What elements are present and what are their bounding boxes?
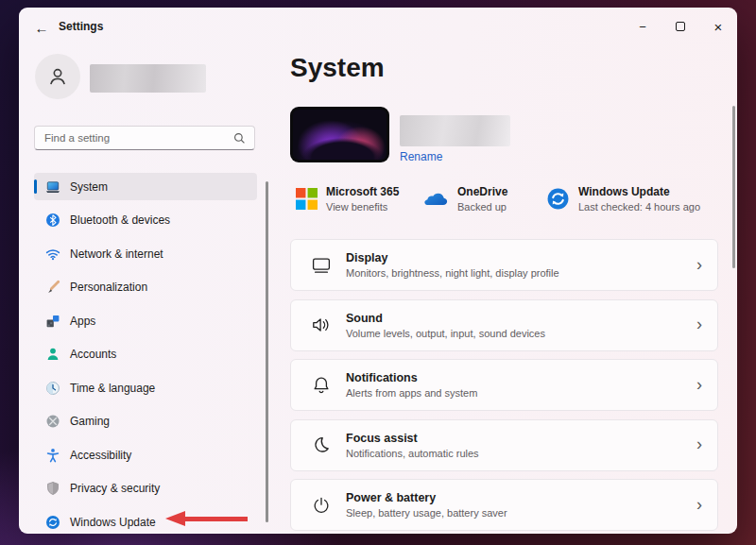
status-card-onedrive[interactable]: OneDrive Backed up [422,181,507,215]
rename-link[interactable]: Rename [400,150,442,163]
arrow-head [165,511,185,526]
maximize-icon [676,22,685,31]
settings-row-notifications[interactable]: Notifications Alerts from apps and syste… [290,359,718,411]
sidebar-item-accessibility[interactable]: Accessibility [34,441,257,468]
maximize-button[interactable] [662,13,699,40]
row-title: Notifications [346,371,477,384]
display-icon [310,254,333,277]
avatar[interactable] [35,54,80,99]
app-title: Settings [59,20,103,33]
row-subtitle: Volume levels, output, input, sound devi… [346,328,545,339]
search-box[interactable] [34,126,255,150]
accessibility-icon [45,448,60,463]
row-subtitle: Alerts from apps and system [346,387,477,399]
gaming-icon [45,414,60,429]
onedrive-icon [422,190,449,208]
bloom-wallpaper-art [293,110,387,160]
sidebar-item-accounts[interactable]: Accounts [34,341,257,368]
sidebar-item-privacy-security[interactable]: Privacy & security [34,475,257,502]
windows-update-icon [45,515,60,530]
settings-rows: Display Monitors, brightness, night ligh… [290,239,718,534]
person-icon [45,64,70,89]
device-name-redacted [400,115,510,146]
selected-accent-bar [34,179,37,194]
notifications-icon [310,374,333,397]
chevron-right-icon: › [696,434,702,454]
sound-icon [310,314,333,336]
status-card-microsoft-365[interactable]: Microsoft 365 View benefits [296,181,399,215]
arrow-shaft [183,517,248,521]
row-title: Power & battery [346,491,507,504]
sidebar-scrollbar[interactable] [266,181,268,522]
sidebar-item-label: Bluetooth & devices [70,213,170,227]
settings-row-sound[interactable]: Sound Volume levels, output, input, soun… [290,299,718,351]
sidebar-item-personalization[interactable]: Personalization [34,274,257,301]
user-name-redacted [90,64,206,93]
status-title: OneDrive [457,185,507,198]
sidebar-item-time-language[interactable]: Time & language [34,374,257,401]
device-wallpaper-thumbnail [290,107,389,162]
chevron-right-icon: › [696,374,702,394]
sidebar-item-label: Windows Update [70,516,156,529]
row-subtitle: Sleep, battery usage, battery saver [346,507,507,519]
sidebar-item-gaming[interactable]: Gaming [34,408,257,435]
time-language-icon [45,381,60,396]
sidebar-item-label: Apps [70,315,95,328]
status-subtitle: Backed up [457,201,507,213]
status-title: Microsoft 365 [326,185,399,198]
system-icon [45,179,60,195]
settings-window: ← Settings − × System [19,8,737,534]
search-icon [233,132,246,145]
status-subtitle: View benefits [326,201,399,213]
window-controls: − × [624,13,737,40]
sidebar-item-label: Network & internet [70,247,163,261]
sidebar-item-label: Personalization [70,281,147,294]
network-icon [45,247,60,262]
back-arrow-icon: ← [35,20,49,36]
sidebar-item-label: Time & language [70,382,155,395]
minimize-button[interactable]: − [624,13,662,40]
row-title: Focus assist [346,432,479,445]
sidebar-item-label: System [70,180,108,194]
sidebar-nav: System Bluetooth & devices Network & int… [34,173,257,534]
chevron-right-icon: › [696,315,702,334]
annotation-arrow-windows-update [165,511,248,526]
windows-update-icon [546,187,570,211]
sidebar-item-label: Privacy & security [70,482,160,495]
settings-row-display[interactable]: Display Monitors, brightness, night ligh… [290,239,718,291]
row-subtitle: Notifications, automatic rules [346,448,479,459]
page-title: System [290,53,385,83]
close-icon: × [714,19,723,35]
minimize-icon: − [639,20,646,34]
row-subtitle: Monitors, brightness, night light, displ… [346,267,559,279]
microsoft-365-icon [296,188,318,210]
sidebar-item-label: Accessibility [70,449,131,462]
back-button[interactable]: ← [30,17,53,38]
power-battery-icon [310,494,333,517]
chevron-right-icon: › [696,254,702,274]
status-card-windows-update[interactable]: Windows Update Last checked: 4 hours ago [546,181,700,215]
sidebar-item-apps[interactable]: Apps [34,307,257,334]
sidebar-item-label: Accounts [70,348,116,361]
privacy-security-icon [45,481,60,496]
accounts-icon [45,347,60,362]
row-title: Sound [346,312,545,325]
status-subtitle: Last checked: 4 hours ago [578,201,700,213]
bluetooth-icon [45,213,60,228]
sidebar-item-network-internet[interactable]: Network & internet [34,240,257,267]
sidebar-item-system[interactable]: System [34,173,257,200]
settings-row-focus-assist[interactable]: Focus assist Notifications, automatic ru… [290,419,718,471]
search-input[interactable] [35,132,233,144]
close-button[interactable]: × [699,13,737,40]
personalization-icon [45,280,60,295]
status-title: Windows Update [578,185,700,198]
row-title: Display [346,251,559,264]
focus-assist-icon [310,434,333,456]
sidebar-item-label: Gaming [70,415,110,428]
apps-icon [45,314,60,329]
chevron-right-icon: › [696,494,702,514]
settings-row-power-battery[interactable]: Power & battery Sleep, battery usage, ba… [290,479,718,531]
main-scrollbar[interactable] [732,106,735,268]
sidebar-item-bluetooth-devices[interactable]: Bluetooth & devices [34,207,257,234]
